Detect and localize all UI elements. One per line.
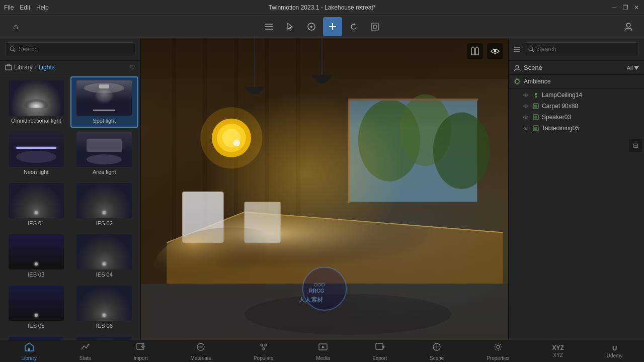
eye-icon-1[interactable] xyxy=(523,104,529,109)
window-title: Twinmotion 2023.1 - Lakehouse retreat* xyxy=(269,4,376,11)
light-item-ies04[interactable]: IES 04 xyxy=(70,230,139,282)
light-item-neon[interactable]: Neon light xyxy=(2,128,70,179)
scene-overlay xyxy=(141,38,508,340)
svg-line-60 xyxy=(532,50,534,52)
cursor-tool[interactable] xyxy=(281,17,300,36)
svg-point-10 xyxy=(626,23,630,27)
breadcrumb-lights[interactable]: Lights xyxy=(39,64,55,71)
light-item-omni[interactable]: Omnidirectional light xyxy=(2,76,70,128)
item-icon-0 xyxy=(533,92,539,98)
materials-label: Materials xyxy=(191,355,211,361)
menu-help[interactable]: Help xyxy=(36,4,49,11)
svg-point-66 xyxy=(535,93,537,95)
eye-icon-0[interactable] xyxy=(523,93,529,98)
viewport[interactable]: ⬡⬡⬡ RRCG 人人素材 xyxy=(141,38,508,340)
favorite-button[interactable]: ♡ xyxy=(130,64,135,71)
media-label: Media xyxy=(316,355,330,361)
svg-point-74 xyxy=(525,128,527,129)
light-label-ies04: IES 04 xyxy=(96,272,113,278)
scene-items-list: LampCeiling14 Carpet 90x80 Speaker03 Tab… xyxy=(509,88,644,135)
svg-rect-53 xyxy=(471,48,474,55)
light-label-neon: Neon light xyxy=(24,169,49,175)
light-item-ies08[interactable]: IES 08 xyxy=(70,333,139,340)
home-button[interactable]: ⌂ xyxy=(6,17,25,36)
left-search-box[interactable]: Search xyxy=(5,42,135,56)
user-button[interactable] xyxy=(619,17,638,36)
svg-rect-76 xyxy=(534,127,537,130)
light-item-ies07[interactable]: IES 07 xyxy=(2,333,70,340)
eye-icon-2[interactable] xyxy=(523,115,529,120)
layout-toggle-button[interactable]: ⊟ xyxy=(629,139,642,152)
eye-icon-3[interactable] xyxy=(523,126,529,131)
light-thumb-ies02 xyxy=(76,183,132,218)
panel-layout-button[interactable] xyxy=(467,43,483,59)
svg-point-59 xyxy=(529,47,533,51)
menu-edit[interactable]: Edit xyxy=(20,4,30,11)
viewport-scene: ⬡⬡⬡ RRCG 人人素材 xyxy=(141,38,508,340)
scene-bottom-icon xyxy=(432,342,442,354)
maximize-button[interactable]: ❐ xyxy=(622,4,629,11)
layers-tool[interactable] xyxy=(260,17,279,36)
light-item-ies05[interactable]: IES 05 xyxy=(2,282,70,333)
scene-item-1[interactable]: Carpet 90x80 xyxy=(509,101,644,112)
left-panel: Search Library › Lights ♡ xyxy=(0,38,141,340)
light-item-ies01[interactable]: IES 01 xyxy=(2,179,70,230)
scene-header: Scene All xyxy=(509,61,644,75)
export-label: Export xyxy=(372,355,387,361)
close-button[interactable]: ✕ xyxy=(633,4,640,11)
svg-point-71 xyxy=(525,117,527,118)
svg-point-4 xyxy=(310,26,312,28)
properties-btn[interactable]: Properties xyxy=(478,341,518,362)
scene-item-2[interactable]: Speaker03 xyxy=(509,112,644,123)
svg-marker-79 xyxy=(89,344,90,346)
stats-btn[interactable]: Stats xyxy=(71,341,99,362)
eye-toggle-button[interactable] xyxy=(487,43,503,59)
light-item-spot[interactable]: Spot light xyxy=(70,76,139,128)
library-btn[interactable]: Library xyxy=(13,341,45,362)
light-label-area: Area light xyxy=(93,169,116,175)
light-label-ies05: IES 05 xyxy=(28,323,44,329)
move-tool[interactable] xyxy=(302,17,321,36)
light-item-ies06[interactable]: IES 06 xyxy=(70,282,139,333)
scene-all-dropdown[interactable]: All xyxy=(627,65,639,71)
materials-btn[interactable]: Materials xyxy=(183,341,219,362)
export-icon xyxy=(375,342,385,354)
add-tool[interactable] xyxy=(323,17,342,36)
scene-item-0[interactable]: LampCeiling14 xyxy=(509,89,644,101)
light-item-area[interactable]: Area light xyxy=(70,128,139,179)
light-item-ies03[interactable]: IES 03 xyxy=(2,230,70,282)
svg-point-68 xyxy=(525,106,527,107)
right-search-area: Search xyxy=(509,38,644,61)
scale-tool[interactable] xyxy=(365,17,384,36)
light-label-ies01: IES 01 xyxy=(28,220,44,226)
media-btn[interactable]: Media xyxy=(308,341,338,362)
rotate-tool[interactable] xyxy=(344,17,363,36)
item-icon-3 xyxy=(533,125,539,131)
minimize-button[interactable]: ─ xyxy=(611,4,618,11)
right-search-icon xyxy=(528,46,534,52)
udemy-btn[interactable]: U Udemy xyxy=(599,343,631,359)
scene-dropdown-icon xyxy=(634,66,639,70)
menu-file[interactable]: File xyxy=(4,4,14,11)
light-item-ies02[interactable]: IES 02 xyxy=(70,179,139,230)
library-icon xyxy=(24,342,34,354)
populate-btn[interactable]: Populate xyxy=(246,341,281,362)
scene-btn[interactable]: Scene xyxy=(422,341,452,362)
import-btn[interactable]: Import xyxy=(125,341,155,362)
svg-rect-89 xyxy=(376,343,383,349)
scene-item-name-0: LampCeiling14 xyxy=(542,92,639,99)
viewport-icons xyxy=(467,43,503,59)
menu-bar: File Edit Help xyxy=(4,4,49,11)
ambience-header[interactable]: Ambience xyxy=(509,75,644,88)
scene-icon xyxy=(514,64,521,71)
ambience-label: Ambience xyxy=(524,78,550,85)
right-search-box[interactable]: Search xyxy=(524,42,639,56)
export-btn[interactable]: Export xyxy=(364,341,395,362)
right-menu-icon[interactable] xyxy=(514,46,521,53)
breadcrumb-library[interactable]: Library xyxy=(14,64,33,71)
svg-marker-18 xyxy=(92,89,117,113)
main-content: Search Library › Lights ♡ xyxy=(0,38,644,340)
bottom-bar: Library Stats Import Materials Populate … xyxy=(0,340,644,362)
scene-item-3[interactable]: Tabledining05 xyxy=(509,123,644,134)
xyz-btn[interactable]: XYZ XYZ xyxy=(544,343,572,359)
